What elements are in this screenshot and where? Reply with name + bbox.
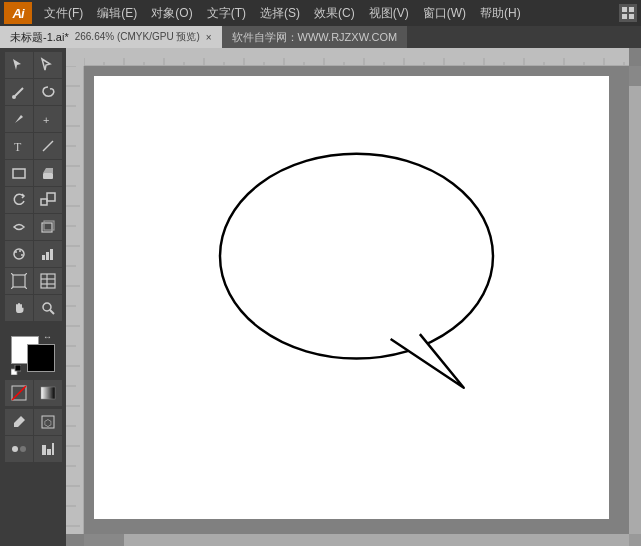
rectangle-tool[interactable]	[5, 160, 33, 186]
window-controls	[619, 4, 637, 22]
menu-object[interactable]: 对象(O)	[145, 3, 198, 24]
menu-effect[interactable]: 效果(C)	[308, 3, 361, 24]
svg-point-100	[220, 154, 493, 359]
svg-line-8	[43, 141, 53, 151]
svg-line-25	[11, 287, 13, 289]
scrollbar-corner	[629, 534, 641, 546]
svg-line-26	[25, 287, 27, 289]
svg-line-36	[12, 386, 26, 400]
tab-active-subtitle: 266.64% (CMYK/GPU 预览)	[75, 30, 200, 44]
ruler-corner	[66, 48, 84, 66]
tool-row-1	[5, 52, 62, 78]
scale-tool[interactable]	[34, 187, 62, 213]
svg-text:T: T	[14, 140, 22, 154]
menu-bar: 文件(F) 编辑(E) 对象(O) 文字(T) 选择(S) 效果(C) 视图(V…	[38, 3, 613, 24]
rulers-left	[66, 66, 84, 534]
menu-file[interactable]: 文件(F)	[38, 3, 89, 24]
slice-tool[interactable]	[34, 268, 62, 294]
color-mode-row	[5, 380, 62, 406]
svg-rect-37	[41, 387, 55, 399]
toolbar: + T	[0, 48, 66, 546]
reset-colors-button[interactable]	[11, 364, 23, 376]
tool-row-3: +	[5, 106, 62, 132]
pen-tool[interactable]	[5, 106, 33, 132]
svg-rect-45	[52, 443, 54, 455]
live-paint-tool[interactable]: ⬡	[34, 409, 62, 435]
svg-line-23	[11, 273, 13, 275]
tool-row-6	[5, 187, 62, 213]
scrollbar-bottom[interactable]	[84, 534, 629, 546]
menu-window[interactable]: 窗口(W)	[417, 3, 472, 24]
svg-point-18	[21, 254, 23, 256]
type-tool[interactable]: T	[5, 133, 33, 159]
zoom-tool[interactable]	[34, 295, 62, 321]
add-anchor-tool[interactable]: +	[34, 106, 62, 132]
svg-rect-20	[46, 252, 49, 260]
svg-point-31	[43, 303, 51, 311]
tool-row-10	[5, 295, 62, 321]
svg-rect-0	[622, 7, 627, 12]
svg-point-15	[14, 249, 24, 259]
selection-tool[interactable]	[5, 52, 33, 78]
gradient-button[interactable]	[34, 380, 62, 406]
free-transform-tool[interactable]	[34, 214, 62, 240]
svg-point-5	[12, 95, 16, 99]
svg-rect-21	[50, 249, 53, 260]
rulers-top	[84, 48, 629, 66]
svg-rect-2	[622, 14, 627, 19]
lasso-tool[interactable]	[34, 79, 62, 105]
layout-grid-button[interactable]	[619, 4, 637, 22]
eraser-tool[interactable]	[34, 160, 62, 186]
scrollbar-right[interactable]	[629, 66, 641, 534]
svg-rect-3	[629, 14, 634, 19]
column-graph-tool[interactable]	[34, 241, 62, 267]
color-area: ↔	[3, 328, 63, 378]
bar-graph-tool[interactable]	[34, 436, 62, 462]
tab-inactive-label: 软件自学网：WWW.RJZXW.COM	[232, 30, 398, 45]
menu-text[interactable]: 文字(T)	[201, 3, 252, 24]
svg-text:+: +	[43, 114, 49, 126]
tab-bar: 未标题-1.ai* 266.64% (CMYK/GPU 预览) × 软件自学网：…	[0, 26, 641, 48]
menu-edit[interactable]: 编辑(E)	[91, 3, 143, 24]
main-layout: + T	[0, 48, 641, 546]
svg-rect-10	[43, 173, 53, 179]
none-button[interactable]	[5, 380, 33, 406]
eyedropper-tool[interactable]	[5, 409, 33, 435]
svg-rect-1	[629, 7, 634, 12]
menu-view[interactable]: 视图(V)	[363, 3, 415, 24]
line-tool[interactable]	[34, 133, 62, 159]
canvas-area	[66, 48, 641, 546]
title-bar: Ai 文件(F) 编辑(E) 对象(O) 文字(T) 选择(S) 效果(C) 视…	[0, 0, 641, 26]
tab-inactive[interactable]: 软件自学网：WWW.RJZXW.COM	[222, 26, 408, 48]
tool-row-7	[5, 214, 62, 240]
svg-point-17	[19, 250, 21, 252]
svg-line-24	[25, 273, 27, 275]
swap-colors-button[interactable]: ↔	[43, 332, 55, 344]
svg-rect-19	[42, 255, 45, 260]
tool-row-2	[5, 79, 62, 105]
svg-point-41	[12, 446, 18, 452]
tool-row-extra1: ⬡	[5, 409, 62, 435]
artboard-tool[interactable]	[5, 268, 33, 294]
stroke-swatch[interactable]	[27, 344, 55, 372]
svg-rect-34	[15, 365, 21, 371]
svg-line-4	[15, 88, 23, 96]
app-logo: Ai	[4, 2, 32, 24]
menu-help[interactable]: 帮助(H)	[474, 3, 527, 24]
tab-active[interactable]: 未标题-1.ai* 266.64% (CMYK/GPU 预览) ×	[0, 26, 222, 48]
svg-rect-27	[41, 274, 55, 288]
tab-close-active[interactable]: ×	[206, 32, 212, 43]
blend-tool[interactable]	[5, 436, 33, 462]
svg-rect-22	[13, 275, 25, 287]
tool-row-5	[5, 160, 62, 186]
hand-tool[interactable]	[5, 295, 33, 321]
magic-wand-tool[interactable]	[5, 79, 33, 105]
svg-line-32	[50, 310, 54, 314]
direct-selection-tool[interactable]	[34, 52, 62, 78]
rotate-tool[interactable]	[5, 187, 33, 213]
tool-row-9	[5, 268, 62, 294]
symbol-sprayer-tool[interactable]	[5, 241, 33, 267]
menu-select[interactable]: 选择(S)	[254, 3, 306, 24]
tool-row-8	[5, 241, 62, 267]
warp-tool[interactable]	[5, 214, 33, 240]
